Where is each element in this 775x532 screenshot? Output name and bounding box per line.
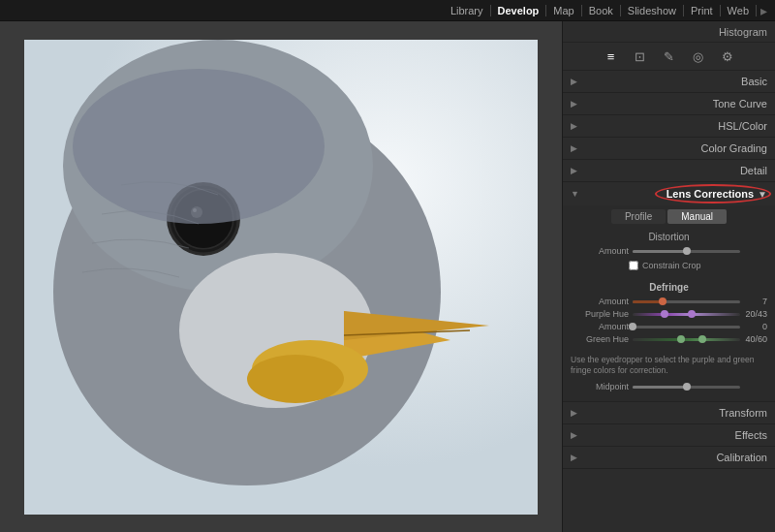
defringe-amount2-label: Amount — [571, 322, 629, 331]
lens-corrections-arrow: ▼ — [571, 189, 579, 199]
lens-corrections-title: Lens Corrections — [583, 188, 754, 200]
photo-container — [24, 40, 538, 515]
detail-arrow: ▶ — [571, 166, 577, 175]
lens-corrections-header[interactable]: ▼ Lens Corrections ▼ — [563, 182, 775, 205]
purple-hue-label: Purple Hue — [571, 309, 629, 319]
distortion-amount-thumb[interactable] — [683, 247, 691, 255]
midpoint-row: Midpoint — [563, 380, 775, 393]
calibration-header[interactable]: ▶ Calibration — [563, 447, 775, 468]
effects-label: Effects — [581, 429, 767, 441]
top-navigation: Library Develop Map Book Slideshow Print… — [0, 0, 775, 21]
defringe-amount-value: 7 — [744, 297, 767, 306]
tab-profile[interactable]: Profile — [611, 209, 666, 224]
lens-tab-row: Profile Manual — [563, 205, 775, 228]
nav-map[interactable]: Map — [546, 5, 581, 16]
nav-slideshow[interactable]: Slideshow — [621, 5, 684, 16]
nav-develop[interactable]: Develop — [491, 5, 547, 16]
nav-web[interactable]: Web — [721, 5, 757, 16]
color-grading-arrow: ▶ — [571, 143, 577, 153]
hsl-header[interactable]: ▶ HSL/Color — [563, 115, 775, 137]
distortion-amount-label: Amount — [571, 246, 629, 256]
settings-icon[interactable]: ⚙ — [717, 47, 738, 65]
hsl-label: HSL/Color — [581, 120, 767, 132]
tone-curve-label: Tone Curve — [581, 98, 767, 110]
defringe-amount2-track[interactable] — [633, 326, 740, 329]
constrain-crop-label: Constrain Crop — [642, 261, 701, 270]
eye-icon[interactable]: ◎ — [688, 47, 709, 65]
distortion-amount-row: Amount — [571, 246, 767, 256]
midpoint-fill — [633, 386, 687, 389]
right-panel: Histogram ≡ ⊡ ✎ ◎ ⚙ ▶ Basic ▶ Tone Curve — [562, 21, 775, 532]
defringe-amount-track[interactable] — [633, 300, 740, 303]
photo-area — [0, 21, 562, 532]
transform-label: Transform — [581, 407, 767, 419]
midpoint-track[interactable] — [633, 386, 740, 389]
nav-more-icon[interactable]: ▸ — [757, 3, 767, 18]
purple-hue-track[interactable] — [633, 313, 740, 316]
purple-hue-value: 20/43 — [744, 309, 767, 319]
hsl-section: ▶ HSL/Color — [563, 115, 775, 138]
defringe-amount-thumb[interactable] — [659, 297, 666, 305]
histogram-label: Histogram — [719, 26, 767, 38]
tab-manual[interactable]: Manual — [667, 209, 727, 224]
defringe-amount-row: Amount 7 — [571, 297, 767, 306]
sliders-icon[interactable]: ≡ — [601, 47, 622, 65]
nav-print[interactable]: Print — [684, 5, 721, 16]
calibration-label: Calibration — [581, 452, 767, 463]
calibration-section: ▶ Calibration — [563, 447, 775, 469]
detail-label: Detail — [581, 165, 767, 176]
midpoint-label: Midpoint — [571, 382, 629, 391]
bird-photo — [24, 40, 538, 515]
distortion-section: Distortion Amount Constrain Crop — [563, 228, 775, 278]
color-grading-header[interactable]: ▶ Color Grading — [563, 138, 775, 159]
defringe-amount-label: Amount — [571, 297, 629, 306]
color-grading-section: ▶ Color Grading — [563, 138, 775, 160]
purple-hue-row: Purple Hue 20/43 — [571, 309, 767, 319]
defringe-amount2-value: 0 — [744, 322, 767, 331]
distortion-amount-track[interactable] — [633, 250, 740, 253]
defringe-info-text: Use the eyedropper to select the purple … — [563, 351, 775, 380]
svg-point-15 — [73, 69, 325, 224]
basic-label: Basic — [581, 76, 767, 87]
tone-curve-arrow: ▶ — [571, 99, 577, 109]
basic-arrow: ▶ — [571, 77, 577, 86]
green-hue-value: 40/60 — [744, 334, 767, 344]
effects-arrow: ▶ — [571, 430, 577, 440]
lens-expand-arrow: ▼ — [758, 189, 767, 200]
defringe-section: Defringe Amount 7 Purple Hue — [563, 278, 775, 351]
green-hue-label: Green Hue — [571, 334, 629, 344]
effects-header[interactable]: ▶ Effects — [563, 424, 775, 446]
lens-corrections-section: ▼ Lens Corrections ▼ Profile Manual Dist… — [563, 182, 775, 402]
calibration-arrow: ▶ — [571, 453, 577, 462]
color-grading-label: Color Grading — [581, 142, 767, 154]
defringe-amount2-row: Amount 0 — [571, 322, 767, 331]
histogram-header: Histogram — [563, 21, 775, 43]
purple-hue-left-thumb[interactable] — [661, 310, 668, 318]
green-hue-left-thumb[interactable] — [677, 335, 685, 343]
distortion-amount-fill — [633, 250, 687, 253]
detail-header[interactable]: ▶ Detail — [563, 160, 775, 181]
green-hue-row: Green Hue 40/60 — [571, 334, 767, 344]
purple-hue-right-thumb[interactable] — [688, 310, 696, 318]
tool-icons-bar: ≡ ⊡ ✎ ◎ ⚙ — [563, 43, 775, 71]
svg-point-14 — [247, 355, 344, 403]
transform-arrow: ▶ — [571, 408, 577, 418]
green-hue-right-thumb[interactable] — [698, 335, 706, 343]
crop-icon[interactable]: ⊡ — [630, 47, 651, 65]
constrain-crop-row: Constrain Crop — [571, 259, 767, 274]
nav-book[interactable]: Book — [582, 5, 621, 16]
basic-header[interactable]: ▶ Basic — [563, 71, 775, 92]
nav-library[interactable]: Library — [444, 5, 491, 16]
transform-section: ▶ Transform — [563, 402, 775, 424]
constrain-crop-checkbox[interactable] — [629, 261, 638, 270]
detail-section: ▶ Detail — [563, 160, 775, 182]
tone-curve-section: ▶ Tone Curve — [563, 93, 775, 115]
midpoint-thumb[interactable] — [683, 383, 691, 391]
brush-icon[interactable]: ✎ — [659, 47, 680, 65]
transform-header[interactable]: ▶ Transform — [563, 402, 775, 423]
tone-curve-header[interactable]: ▶ Tone Curve — [563, 93, 775, 114]
effects-section: ▶ Effects — [563, 424, 775, 447]
defringe-amount2-thumb[interactable] — [629, 323, 636, 330]
basic-section: ▶ Basic — [563, 71, 775, 93]
green-hue-track[interactable] — [633, 338, 740, 341]
